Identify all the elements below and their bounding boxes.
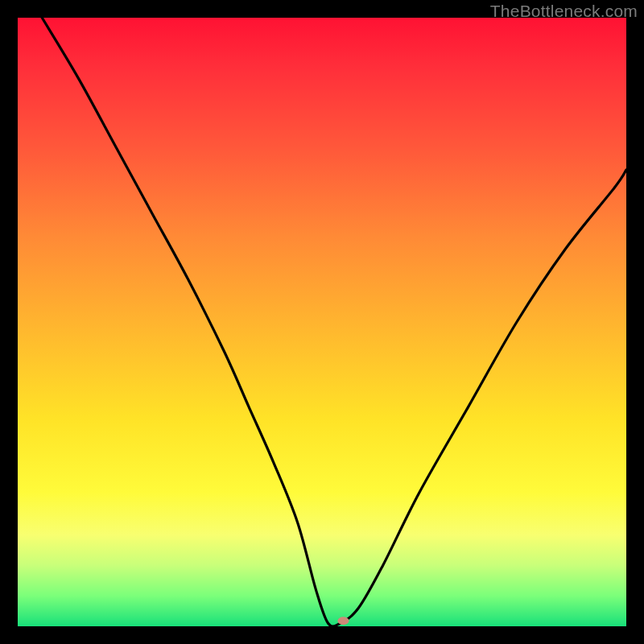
bottleneck-curve [42, 18, 626, 626]
chart-plot-area [18, 18, 626, 626]
chart-frame: TheBottleneck.com [0, 0, 644, 644]
watermark-text: TheBottleneck.com [490, 2, 638, 21]
minimum-marker [337, 617, 349, 625]
chart-svg [18, 18, 626, 626]
